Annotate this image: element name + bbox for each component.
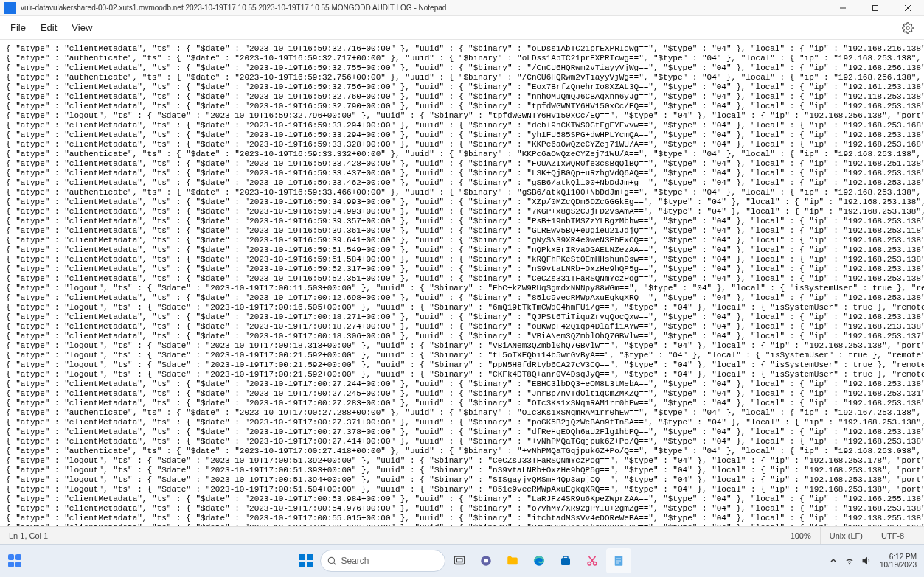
taskbar-app-chat[interactable] xyxy=(473,548,499,573)
tray-wifi-icon[interactable] xyxy=(844,556,855,566)
svg-line-14 xyxy=(333,563,336,565)
tray-time: 6:12 PM xyxy=(880,553,917,561)
task-view-button[interactable] xyxy=(447,548,472,573)
svg-rect-15 xyxy=(454,556,465,564)
menu-view[interactable]: View xyxy=(64,19,100,36)
notepad-icon xyxy=(4,2,16,14)
maximize-button[interactable] xyxy=(859,0,892,16)
taskbar-search[interactable]: Search xyxy=(320,550,445,572)
svg-point-30 xyxy=(849,564,850,564)
minimize-button[interactable] xyxy=(827,0,859,16)
statusbar: Ln 1, Col 1 100% Unix (LF) UTF-8 xyxy=(0,526,924,544)
text-editor[interactable]: { "atype" : "clientMetadata", "ts" : { "… xyxy=(0,40,924,526)
svg-rect-8 xyxy=(15,562,21,567)
tray-clock[interactable]: 6:12 PM 10/19/2023 xyxy=(880,553,917,569)
menu-file[interactable]: File xyxy=(3,19,33,36)
status-zoom[interactable]: 100% xyxy=(782,527,821,544)
settings-button[interactable] xyxy=(895,19,921,37)
status-eol: Unix (LF) xyxy=(821,527,872,544)
start-button[interactable] xyxy=(293,548,319,573)
status-cursor: Ln 1, Col 1 xyxy=(0,527,88,544)
status-encoding: UTF-8 xyxy=(872,527,924,544)
taskbar-app-notepad[interactable] xyxy=(606,548,631,573)
search-placeholder: Search xyxy=(341,556,369,566)
window-buttons xyxy=(827,0,924,16)
svg-rect-21 xyxy=(563,556,568,559)
svg-rect-9 xyxy=(299,554,305,560)
window-titlebar: vulr-datavulakershared-00-02.xuts1.mvmoo… xyxy=(0,0,924,16)
taskbar: Search 6 xyxy=(0,544,924,577)
tray-chevron-icon[interactable] xyxy=(830,557,837,564)
taskbar-app-store[interactable] xyxy=(553,548,578,573)
close-button[interactable] xyxy=(892,0,924,16)
svg-point-13 xyxy=(328,557,334,563)
taskbar-center: Search xyxy=(293,548,631,573)
taskbar-app-edge[interactable] xyxy=(527,548,552,573)
svg-rect-16 xyxy=(456,559,462,562)
svg-rect-5 xyxy=(8,554,14,560)
taskbar-app-snip[interactable] xyxy=(580,548,605,573)
window-title: vulr-datavulakershared-00-02.xuts1.mvmoo… xyxy=(21,4,827,12)
svg-rect-7 xyxy=(8,562,14,567)
search-icon xyxy=(327,556,337,566)
taskbar-app-explorer[interactable] xyxy=(500,548,525,573)
svg-point-4 xyxy=(906,27,909,29)
menu-edit[interactable]: Edit xyxy=(33,19,64,36)
tray-volume-icon[interactable] xyxy=(862,556,872,566)
widgets-button[interactable] xyxy=(0,545,29,578)
svg-rect-1 xyxy=(873,5,878,10)
svg-rect-11 xyxy=(299,562,305,567)
svg-rect-10 xyxy=(307,554,313,560)
system-tray[interactable]: 6:12 PM 10/19/2023 xyxy=(830,553,924,569)
editor-content[interactable]: { "atype" : "clientMetadata", "ts" : { "… xyxy=(6,44,918,526)
menubar: File Edit View xyxy=(0,16,924,40)
svg-rect-12 xyxy=(307,562,313,567)
svg-rect-18 xyxy=(484,559,488,563)
tray-date: 10/19/2023 xyxy=(880,561,917,569)
svg-rect-6 xyxy=(15,554,21,560)
